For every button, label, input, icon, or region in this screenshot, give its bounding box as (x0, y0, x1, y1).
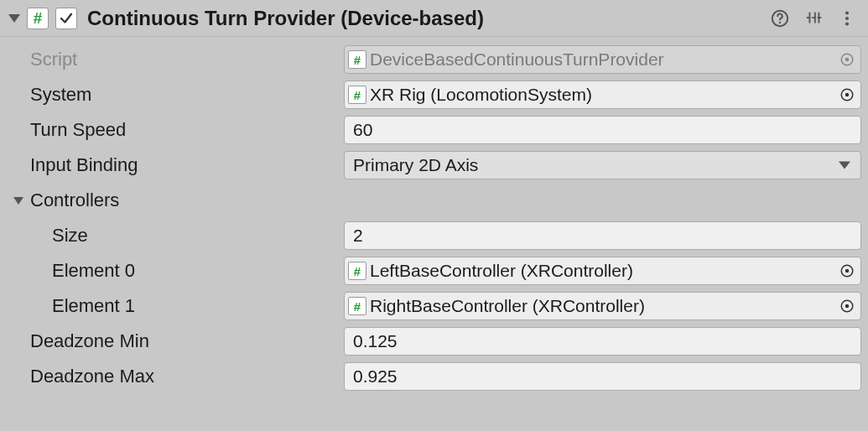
object-picker-icon[interactable] (839, 51, 855, 68)
row-size: Size (12, 218, 861, 253)
svg-point-16 (845, 269, 850, 273)
system-value: XR Rig (LocomotionSystem) (370, 85, 592, 105)
row-script: Script # DeviceBasedContinuousTurnProvid… (12, 42, 861, 77)
component-header[interactable]: # Continuous Turn Provider (Device-based… (0, 0, 868, 37)
size-field[interactable] (344, 221, 861, 250)
element-1-value: RightBaseController (XRController) (370, 296, 645, 316)
size-input[interactable] (353, 226, 852, 246)
component-foldout[interactable] (8, 14, 20, 23)
svg-point-18 (845, 304, 850, 309)
script-icon: # (348, 86, 366, 104)
row-element-0: Element 0 # LeftBaseController (XRContro… (12, 253, 861, 288)
kebab-menu-icon[interactable] (838, 9, 856, 28)
svg-point-12 (845, 58, 850, 62)
element-0-field[interactable]: # LeftBaseController (XRController) (344, 257, 861, 285)
input-binding-value: Primary 2D Axis (353, 155, 478, 175)
enable-checkbox[interactable] (55, 8, 77, 29)
row-deadzone-min: Deadzone Min (12, 324, 861, 359)
svg-rect-5 (809, 12, 811, 23)
deadzone-max-input[interactable] (353, 366, 852, 387)
object-picker-icon[interactable] (839, 262, 855, 279)
row-element-1: Element 1 # RightBaseController (XRContr… (12, 288, 861, 324)
row-controllers[interactable]: Controllers (12, 183, 861, 218)
label-input-binding: Input Binding (12, 154, 344, 176)
script-icon: # (27, 8, 49, 29)
label-controllers: Controllers (12, 190, 344, 211)
turn-speed-input[interactable] (353, 120, 852, 140)
svg-point-1 (779, 21, 781, 23)
system-field[interactable]: # XR Rig (LocomotionSystem) (344, 80, 861, 109)
component-body: Script # DeviceBasedContinuousTurnProvid… (0, 37, 868, 401)
turn-speed-field[interactable] (344, 116, 861, 144)
object-picker-icon[interactable] (839, 86, 855, 103)
inspector-component: # Continuous Turn Provider (Device-based… (0, 0, 868, 401)
svg-point-10 (845, 22, 849, 25)
element-1-field[interactable]: # RightBaseController (XRController) (344, 292, 861, 320)
svg-rect-6 (814, 12, 816, 23)
row-input-binding: Input Binding Primary 2D Axis (12, 148, 861, 183)
svg-rect-7 (819, 12, 820, 23)
header-icon-group (771, 9, 861, 28)
script-icon: # (348, 297, 366, 315)
controllers-foldout[interactable] (13, 197, 23, 205)
svg-point-14 (845, 93, 850, 97)
label-deadzone-max: Deadzone Max (12, 366, 344, 387)
input-binding-dropdown[interactable]: Primary 2D Axis (344, 151, 861, 179)
presets-icon[interactable] (804, 9, 823, 28)
chevron-down-icon (839, 162, 850, 169)
label-script: Script (12, 49, 344, 70)
svg-point-9 (845, 16, 849, 19)
checkmark-icon (59, 11, 74, 26)
script-icon: # (348, 262, 366, 280)
svg-point-8 (845, 11, 849, 14)
row-turn-speed: Turn Speed (12, 112, 861, 148)
row-deadzone-max: Deadzone Max (12, 359, 861, 394)
label-deadzone-min: Deadzone Min (12, 330, 344, 352)
label-element-1: Element 1 (12, 295, 344, 317)
object-picker-icon[interactable] (839, 298, 855, 314)
deadzone-min-input[interactable] (353, 331, 852, 351)
deadzone-min-field[interactable] (344, 327, 861, 356)
label-size: Size (12, 225, 344, 247)
element-0-value: LeftBaseController (XRController) (370, 261, 633, 281)
deadzone-max-field[interactable] (344, 362, 861, 391)
row-system: System # XR Rig (LocomotionSystem) (12, 77, 861, 112)
script-icon: # (348, 50, 366, 69)
label-turn-speed: Turn Speed (12, 119, 344, 141)
label-element-0: Element 0 (12, 260, 344, 282)
label-system: System (12, 84, 344, 106)
component-title: Continuous Turn Provider (Device-based) (87, 7, 771, 30)
script-field: # DeviceBasedContinuousTurnProvider (344, 45, 861, 74)
help-icon[interactable] (771, 9, 789, 28)
script-value: DeviceBasedContinuousTurnProvider (370, 49, 664, 70)
